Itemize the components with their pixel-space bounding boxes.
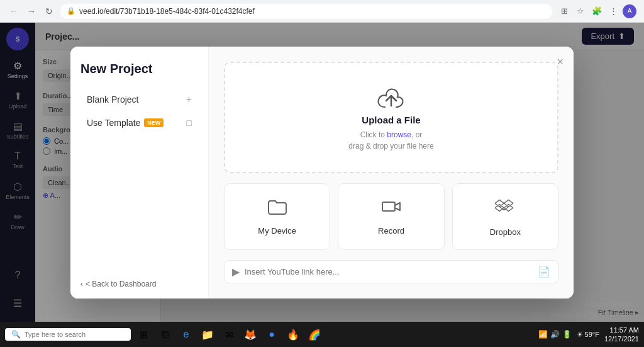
date-text: 12/17/2021 [604, 334, 639, 343]
taskbar-chrome-icon[interactable]: ● [262, 324, 282, 344]
system-tray: 📶 🔊 🔋 [538, 330, 572, 339]
back-to-dashboard-btn[interactable]: ‹ < Back to Dashboard [80, 280, 156, 288]
back-chevron-icon: ‹ [80, 280, 83, 288]
taskbar-mail-icon[interactable]: ✉ [219, 324, 239, 344]
record-label: Record [378, 226, 404, 236]
taskbar-pinned-icons: ⊞ ⧉ e 📁 ✉ 🦊 ● 🔥 🌈 [133, 324, 325, 344]
play-circle-icon: ▶ [232, 266, 240, 278]
upload-subtitle: Click to browse, or drag & drop your fil… [348, 129, 433, 152]
taskbar-right: 📶 🔊 🔋 ☀ 59°F 11:57 AM 12/17/2021 [538, 326, 639, 344]
menu-dots-icon[interactable]: ⋮ [606, 4, 620, 18]
weather-widget: ☀ 59°F [577, 331, 599, 339]
dropbox-option[interactable]: Dropbox [452, 183, 558, 250]
upload-title: Upload a File [362, 115, 420, 125]
browser-chrome: ← → ↻ 🔒 veed.io/edit/73b71b18-18e5-484c-… [0, 0, 644, 23]
battery-icon: 🔋 [562, 330, 572, 339]
modal-overlay: × New Project Blank Project + Use Templa… [0, 23, 644, 322]
taskbar-firefox-icon[interactable]: 🦊 [240, 324, 260, 344]
record-icon [381, 198, 401, 220]
cloud-upload-icon [374, 83, 409, 115]
my-device-option[interactable]: My Device [224, 183, 330, 250]
modal-close-button[interactable]: × [557, 55, 564, 69]
modal-right-panel: Upload a File Click to browse, or drag &… [209, 47, 574, 299]
my-device-label: My Device [258, 226, 296, 236]
taskbar-folder-icon[interactable]: 📁 [197, 324, 218, 344]
upload-sub-line1: Click to browse, or [360, 130, 423, 139]
plus-icon: + [186, 94, 192, 105]
dropbox-icon [495, 196, 515, 221]
youtube-input-row: ▶ 📄 [224, 260, 558, 283]
time-text: 11:57 AM [604, 326, 639, 334]
use-template-item[interactable]: Use Template NEW □ [80, 113, 198, 133]
taskbar-view-icon[interactable]: ⊞ [133, 324, 153, 344]
modal-title: New Project [80, 62, 198, 76]
taskbar-task-view-icon[interactable]: ⧉ [155, 324, 175, 344]
blank-project-item[interactable]: Blank Project + [80, 89, 198, 110]
use-template-label: Use Template [87, 118, 140, 128]
volume-icon: 🔊 [550, 330, 560, 339]
youtube-input[interactable] [245, 267, 533, 276]
sun-icon: ☀ [577, 331, 583, 339]
extensions-icon[interactable]: ⊞ [557, 4, 571, 18]
lock-icon: 🔒 [67, 7, 75, 15]
taskbar-edge-icon[interactable]: e [176, 324, 196, 344]
blank-project-label: Blank Project [87, 94, 138, 105]
taskbar: 🔍 ⊞ ⧉ e 📁 ✉ 🦊 ● 🔥 🌈 📶 🔊 🔋 ☀ 59°F 11:57 A… [0, 322, 644, 347]
wifi-icon: 📶 [538, 330, 548, 339]
taskbar-app2-icon[interactable]: 🌈 [304, 324, 325, 344]
template-item-left: Use Template NEW [87, 118, 164, 128]
forward-btn[interactable]: → [25, 5, 38, 18]
modal-left-panel: New Project Blank Project + Use Template… [70, 47, 209, 299]
new-badge: NEW [144, 118, 164, 127]
file-upload-icon: 📄 [538, 266, 550, 278]
url-text: veed.io/edit/73b71b18-18e5-484c-83f4-01c… [79, 7, 255, 16]
address-bar[interactable]: 🔒 veed.io/edit/73b71b18-18e5-484c-83f4-0… [60, 4, 552, 19]
upload-drop-area[interactable]: Upload a File Click to browse, or drag &… [224, 62, 558, 173]
back-btn[interactable]: ← [8, 5, 20, 18]
taskbar-app1-icon[interactable]: 🔥 [283, 324, 303, 344]
reload-btn[interactable]: ↻ [43, 5, 55, 18]
upload-sub-line2: drag & drop your file here [348, 142, 433, 151]
puzzle-icon[interactable]: 🧩 [590, 4, 604, 18]
record-option[interactable]: Record [338, 183, 444, 250]
template-icon: □ [187, 118, 192, 128]
taskbar-search-icon: 🔍 [11, 330, 21, 339]
taskbar-search[interactable]: 🔍 [5, 328, 131, 341]
user-avatar[interactable]: A [623, 4, 636, 18]
new-project-modal: × New Project Blank Project + Use Templa… [70, 47, 574, 299]
temperature-text: 59°F [585, 331, 599, 338]
clock-display: 11:57 AM 12/17/2021 [604, 326, 639, 344]
options-row: My Device Record [224, 183, 558, 250]
svg-rect-0 [382, 202, 395, 211]
taskbar-search-input[interactable] [25, 331, 113, 338]
browse-link[interactable]: browse [387, 130, 411, 139]
folder-icon [267, 198, 287, 220]
back-dashboard-label: < Back to Dashboard [86, 280, 156, 288]
dropbox-label: Dropbox [490, 227, 521, 237]
browser-toolbar: ⊞ ☆ 🧩 ⋮ A [557, 4, 636, 18]
star-icon[interactable]: ☆ [574, 4, 587, 18]
